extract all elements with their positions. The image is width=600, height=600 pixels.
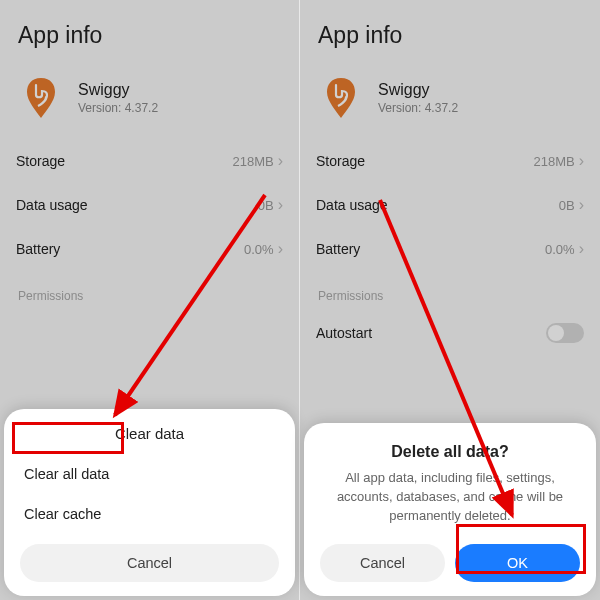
cancel-button[interactable]: Cancel [320,544,445,582]
row-battery[interactable]: Battery 0.0%› [314,227,586,271]
battery-label: Battery [16,241,60,257]
row-storage[interactable]: Storage 218MB› [14,139,285,183]
battery-label: Battery [316,241,360,257]
row-battery[interactable]: Battery 0.0%› [14,227,285,271]
app-version: Version: 4.37.2 [378,101,458,115]
app-name: Swiggy [78,81,158,99]
row-data-usage[interactable]: Data usage 0B› [14,183,285,227]
autostart-toggle[interactable] [546,323,584,343]
option-clear-all-data[interactable]: Clear all data [20,454,279,494]
storage-label: Storage [316,153,365,169]
ok-button[interactable]: OK [455,544,580,582]
page-title: App info [318,22,586,49]
cancel-button[interactable]: Cancel [20,544,279,582]
storage-value: 218MB [533,154,574,169]
data-usage-value: 0B [559,198,575,213]
sheet-body: All app data, including files, settings,… [320,469,580,532]
storage-label: Storage [16,153,65,169]
autostart-label: Autostart [316,325,372,341]
data-usage-label: Data usage [16,197,88,213]
app-header: Swiggy Version: 4.37.2 [314,69,586,139]
screenshot-right: App info Swiggy Version: 4.37.2 Storage … [300,0,600,600]
option-clear-cache[interactable]: Clear cache [20,494,279,534]
chevron-right-icon: › [278,153,283,169]
confirm-delete-sheet: Delete all data? All app data, including… [304,423,596,596]
permissions-section-label: Permissions [318,289,582,303]
clear-data-sheet: Clear data Clear all data Clear cache Ca… [4,409,295,596]
row-data-usage[interactable]: Data usage 0B› [314,183,586,227]
row-storage[interactable]: Storage 218MB› [314,139,586,183]
screenshot-left: App info Swiggy Version: 4.37.2 Storage … [0,0,300,600]
swiggy-icon [18,75,64,121]
battery-value: 0.0% [545,242,575,257]
app-header: Swiggy Version: 4.37.2 [14,69,285,139]
sheet-title: Delete all data? [320,443,580,461]
row-autostart[interactable]: Autostart [314,313,586,353]
storage-value: 218MB [232,154,273,169]
battery-value: 0.0% [244,242,274,257]
page-title: App info [18,22,285,49]
chevron-right-icon: › [579,241,584,257]
sheet-title: Clear data [20,425,279,442]
chevron-right-icon: › [278,197,283,213]
chevron-right-icon: › [278,241,283,257]
permissions-section-label: Permissions [18,289,281,303]
chevron-right-icon: › [579,153,584,169]
app-name: Swiggy [378,81,458,99]
chevron-right-icon: › [579,197,584,213]
data-usage-label: Data usage [316,197,388,213]
app-version: Version: 4.37.2 [78,101,158,115]
swiggy-icon [318,75,364,121]
data-usage-value: 0B [258,198,274,213]
